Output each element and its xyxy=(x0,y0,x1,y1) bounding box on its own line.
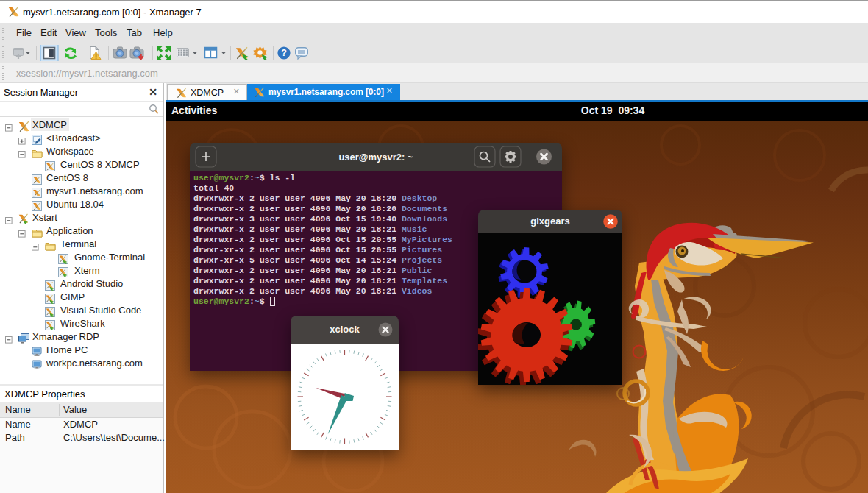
svg-text:?: ? xyxy=(281,48,287,58)
